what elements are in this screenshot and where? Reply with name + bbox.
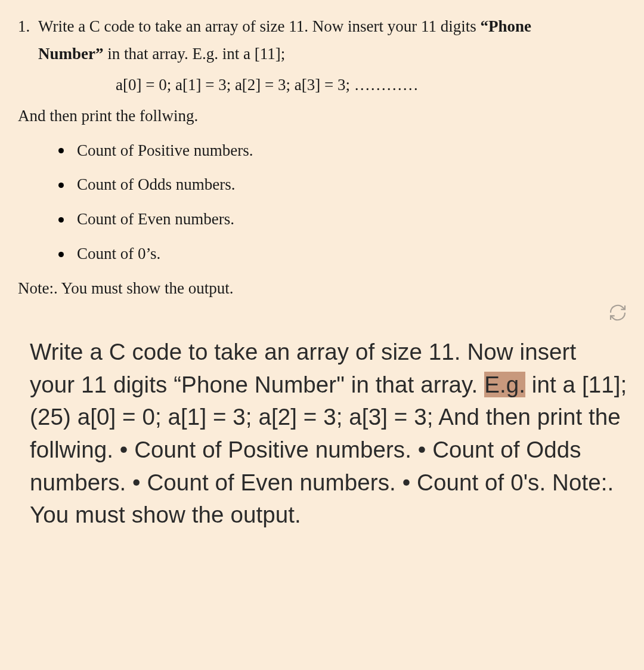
question-line-2-bold: Number” xyxy=(38,45,104,63)
bullet-text: Count of Even numbers. xyxy=(77,206,234,233)
bullet-icon xyxy=(58,252,64,257)
question-line-1-bold: “Phone xyxy=(480,17,531,35)
list-item: Count of Even numbers. xyxy=(58,202,626,237)
bullet-text: Count of 0’s. xyxy=(77,240,160,268)
bullet-icon xyxy=(58,148,64,153)
question-original: 1. Write a C code to take an array of si… xyxy=(0,0,644,308)
question-line-1: Write a C code to take an array of size … xyxy=(38,13,626,41)
list-item: Count of Positive numbers. xyxy=(58,134,626,168)
list-item: Count of 0’s. xyxy=(58,237,626,271)
and-then-line: And then print the follwing. xyxy=(18,99,626,130)
question-line-2-text: in that array. E.g. int a [11]; xyxy=(104,45,286,63)
bullet-icon xyxy=(58,183,64,188)
list-number: 1. xyxy=(18,13,38,99)
question-line-2: Number” in that array. E.g. int a [11]; xyxy=(38,41,626,68)
bullet-text: Count of Odds numbers. xyxy=(77,171,236,199)
question-line-1-text: Write a C code to take an array of size … xyxy=(38,17,480,35)
note-line: Note:. You must show the output. xyxy=(18,271,626,302)
list-item: Count of Odds numbers. xyxy=(58,168,626,202)
question-restated: Write a C code to take an array of size … xyxy=(0,308,644,544)
bullet-icon xyxy=(58,217,64,223)
highlighted-text: E.g. xyxy=(484,372,525,397)
bullet-text: Count of Positive numbers. xyxy=(77,137,253,165)
bullet-list: Count of Positive numbers. Count of Odds… xyxy=(18,130,626,272)
refresh-icon[interactable] xyxy=(608,303,627,322)
assignments-line: a[0] = 0; a[1] = 3; a[2] = 3; a[3] = 3; … xyxy=(38,68,626,99)
